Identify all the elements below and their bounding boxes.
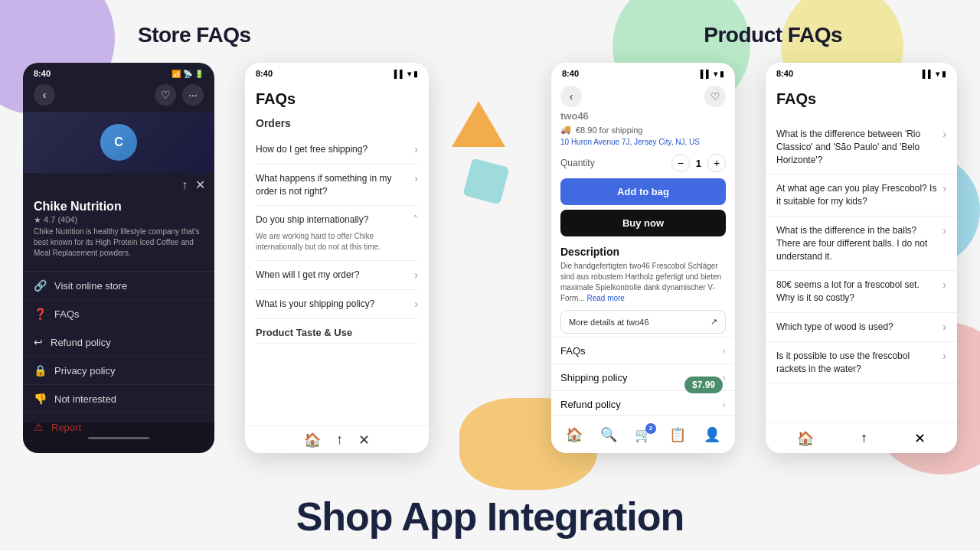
link-faqs-chevron: ›	[722, 344, 726, 357]
link-faqs-label: FAQs	[560, 345, 586, 357]
store-menu-refund[interactable]: ↩ Refund policy	[23, 328, 214, 357]
quantity-increase-button[interactable]: +	[707, 154, 726, 172]
quantity-controls: − 1 +	[671, 154, 726, 172]
faqs-status-bar: 8:40 ▌▌ ▾ ▮	[245, 63, 429, 81]
quantity-decrease-button[interactable]: −	[671, 154, 690, 172]
faq-item-2[interactable]: What happens if something in my order is…	[256, 165, 418, 207]
bottom-close-icon[interactable]: ✕	[358, 432, 370, 448]
right-faq-item-1[interactable]: What is the difference between 'Rio Clas…	[766, 120, 957, 174]
faqs-icon: ❓	[34, 308, 47, 320]
right-bottom-close-icon[interactable]: ✕	[914, 430, 926, 447]
link-refund-chevron: ›	[722, 398, 726, 410]
favorite-button[interactable]: ♡	[155, 84, 176, 106]
store-rating: ★ 4.7 (404)	[34, 215, 204, 225]
faqs-phone: 8:40 ▌▌ ▾ ▮ FAQs Orders How do I get fre…	[245, 63, 429, 453]
right-faqs-phone: 8:40 ▌▌ ▾ ▮ FAQs What is the difference …	[766, 63, 957, 453]
product-home-icon[interactable]: 🏠	[566, 426, 583, 443]
right-faq-chevron-4: ›	[942, 279, 946, 291]
right-faq-chevron-3: ›	[942, 224, 946, 236]
store-faqs-title: Store FAQs	[138, 23, 250, 47]
faq-item-1[interactable]: How do I get free shipping? ›	[256, 135, 418, 165]
product-link-refund[interactable]: Refund policy ›	[551, 391, 735, 418]
store-logo: C	[100, 124, 137, 161]
back-button[interactable]: ‹	[34, 84, 55, 106]
right-bottom-home-icon[interactable]: 🏠	[797, 430, 814, 447]
faqs-signal-icon: ▌▌	[394, 70, 405, 78]
right-faq-item-4[interactable]: 80€ seems a lot for a frescobol set. Why…	[766, 271, 957, 313]
store-menu-faqs[interactable]: ❓ FAQs	[23, 300, 214, 328]
faq-question-4: When will I get my order?	[256, 269, 410, 282]
more-details-button[interactable]: More details at two46 ↗	[560, 310, 726, 334]
store-menu-privacy[interactable]: 🔒 Privacy policy	[23, 357, 214, 385]
close-icon[interactable]: ✕	[195, 178, 205, 192]
store-nav: ‹ ♡ ···	[23, 81, 214, 112]
quantity-label: Quantity	[560, 158, 595, 168]
add-to-bag-button[interactable]: Add to bag	[560, 178, 726, 205]
more-button[interactable]: ···	[182, 84, 204, 106]
product-status-icons: ▌▌ ▾ ▮	[701, 70, 724, 78]
store-menu-visit[interactable]: 🔗 Visit online store	[23, 272, 214, 300]
refund-icon: ↩	[34, 336, 43, 348]
store-menu-not-interested[interactable]: 👎 Not interested	[23, 385, 214, 413]
product-orders-icon[interactable]: 📋	[669, 426, 686, 443]
shop-app-integration-title: Shop App Integration	[296, 494, 684, 540]
square-teal	[462, 158, 509, 204]
read-more-link[interactable]: Read more	[586, 294, 624, 302]
right-faq-question-5: Which type of wood is used?	[776, 321, 938, 334]
faqs-content: FAQs Orders How do I get free shipping? …	[245, 81, 429, 353]
faqs-bottom-icons: 🏠 ↑ ✕	[304, 432, 370, 448]
more-details-label: More details at two46	[569, 318, 649, 327]
right-signal-icon: ▌▌	[923, 70, 933, 78]
product-back-button[interactable]: ‹	[560, 86, 582, 107]
cart-badge: 2	[645, 423, 656, 434]
visit-icon: 🔗	[34, 279, 47, 292]
store-menu: 🔗 Visit online store ❓ FAQs ↩ Refund pol…	[23, 271, 214, 442]
faqs-bottom-bar: 🏠 ↑ ✕	[245, 425, 429, 453]
bottom-share-icon[interactable]: ↑	[336, 432, 343, 448]
right-faq-item-3[interactable]: What is the difference in the balls? The…	[766, 217, 957, 271]
bottom-home-icon[interactable]: 🏠	[304, 432, 321, 448]
product-address: 10 Huron Avenue 7J, Jersey City, NJ, US	[551, 136, 735, 151]
right-faqs-title: FAQs	[776, 90, 946, 108]
truck-icon: 🚚	[560, 125, 571, 135]
faqs-battery-icon: ▮	[413, 70, 418, 78]
price-badge: $7.99	[684, 377, 723, 393]
privacy-label: Privacy policy	[54, 365, 115, 377]
product-link-faqs[interactable]: FAQs ›	[551, 337, 735, 364]
faq-item-3[interactable]: Do you ship internationally? We are work…	[256, 206, 418, 261]
faq-item-5[interactable]: What is your shipping policy? ›	[256, 290, 418, 319]
product-bottom-bar: 🏠 🔍 🛒2 📋 👤	[551, 415, 735, 453]
share-icon[interactable]: ↑	[181, 178, 188, 192]
product-battery-icon: ▮	[720, 70, 724, 78]
product-shipping-info: 🚚 €8.90 for shipping	[551, 123, 735, 136]
buy-now-button[interactable]: Buy now	[560, 210, 726, 236]
description-text: Die handgefertigten two46 Frescobol Schl…	[551, 261, 735, 307]
faq-chevron-1: ›	[414, 143, 418, 155]
right-faq-question-6: Is it possible to use the frescobol rack…	[776, 350, 938, 376]
product-profile-icon[interactable]: 👤	[704, 426, 720, 443]
right-faq-question-1: What is the difference between 'Rio Clas…	[776, 128, 938, 166]
faq-item-4[interactable]: When will I get my order? ›	[256, 261, 418, 290]
product-cart-icon[interactable]: 🛒2	[635, 426, 652, 443]
right-faq-chevron-6: ›	[942, 350, 946, 362]
right-faq-question-3: What is the difference in the balls? The…	[776, 224, 938, 262]
right-faqs-bottom-bar: 🏠 ↑ ✕	[766, 422, 957, 453]
battery-icon: 🔋	[194, 70, 204, 78]
product-phone: 8:40 ▌▌ ▾ ▮ ‹ ♡ two46 🚚 €8.90 for shippi…	[551, 63, 735, 453]
sections-row: Store FAQs Product FAQs	[0, 0, 980, 55]
faq-chevron-2: ›	[414, 172, 418, 184]
faq-question-5: What is your shipping policy?	[256, 298, 410, 311]
product-favorite-button[interactable]: ♡	[704, 86, 726, 107]
product-search-icon[interactable]: 🔍	[600, 426, 617, 443]
right-faq-chevron-1: ›	[942, 128, 946, 140]
right-faq-item-5[interactable]: Which type of wood is used? ›	[766, 313, 957, 342]
home-indicator	[88, 437, 149, 439]
right-battery-icon: ▮	[942, 70, 946, 78]
right-faq-question-2: At what age can you play Frescobol? Is i…	[776, 182, 938, 208]
right-faq-item-6[interactable]: Is it possible to use the frescobol rack…	[766, 342, 957, 384]
right-faq-item-2[interactable]: At what age can you play Frescobol? Is i…	[766, 174, 957, 217]
faqs-time: 8:40	[256, 69, 273, 78]
quantity-value: 1	[696, 158, 701, 169]
orders-section-label: Orders	[256, 117, 418, 129]
right-bottom-share-icon[interactable]: ↑	[861, 430, 867, 446]
